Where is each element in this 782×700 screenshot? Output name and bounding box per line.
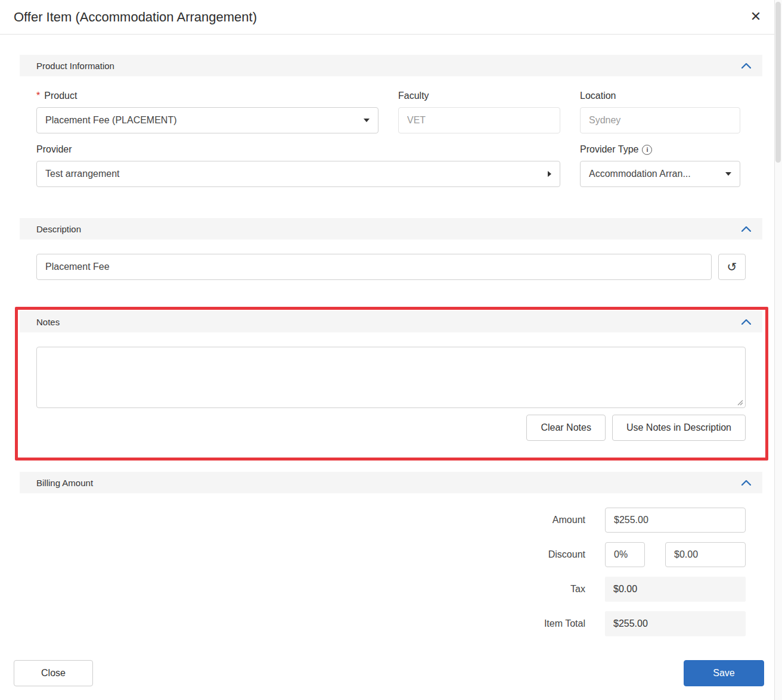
faculty-field-group: Faculty VET: [398, 91, 560, 133]
info-icon[interactable]: i: [642, 145, 652, 155]
product-field-group: *Product Placement Fee (PLACEMENT): [36, 91, 378, 133]
item-total-value: $255.00: [605, 611, 746, 636]
product-information-collapse-icon[interactable]: [740, 61, 753, 70]
faculty-field: VET: [398, 107, 560, 133]
provider-type-field-group: Provider Type i Accommodation Arran...: [580, 144, 740, 187]
notes-textarea[interactable]: [36, 347, 746, 408]
item-total-row: Item Total $255.00: [36, 611, 746, 636]
product-information-header: Product Information: [20, 55, 762, 76]
use-notes-in-description-button[interactable]: Use Notes in Description: [612, 415, 746, 441]
section-title-description: Description: [36, 224, 81, 234]
product-information-body: *Product Placement Fee (PLACEMENT) Facul…: [20, 76, 762, 203]
faculty-label: Faculty: [398, 91, 560, 101]
modal-footer: Close Save: [14, 660, 764, 686]
scrollbar-thumb[interactable]: [775, 2, 781, 163]
description-input[interactable]: [36, 254, 712, 280]
discount-percent-input[interactable]: [605, 542, 645, 567]
section-title-notes: Notes: [36, 317, 60, 327]
notes-buttons-row: Clear Notes Use Notes in Description: [36, 415, 746, 441]
location-field: Sydney: [580, 107, 740, 133]
amount-input[interactable]: [605, 508, 746, 533]
section-description: Description ↺: [20, 218, 762, 295]
close-icon[interactable]: ✕: [746, 7, 765, 26]
amount-label: Amount: [553, 515, 585, 525]
provider-type-label: Provider Type i: [580, 144, 740, 155]
chevron-down-icon: [725, 172, 731, 176]
scrollbar-track[interactable]: [774, 0, 782, 700]
discount-amount-input[interactable]: [665, 542, 746, 567]
provider-field-group: Provider Test arrangement: [36, 144, 560, 187]
provider-lookup-field[interactable]: Test arrangement: [36, 161, 560, 187]
description-collapse-icon[interactable]: [740, 224, 753, 234]
description-row: ↺: [36, 254, 746, 280]
notes-collapse-icon[interactable]: [740, 317, 753, 326]
notes-textarea-wrap: [36, 347, 746, 408]
save-button[interactable]: Save: [684, 660, 764, 686]
chevron-right-icon: [548, 171, 551, 177]
product-select[interactable]: Placement Fee (PLACEMENT): [36, 107, 378, 133]
amount-row: Amount: [36, 508, 746, 533]
modal-header: Offer Item (Accommodation Arrangement) ✕: [0, 0, 782, 35]
location-value: Sydney: [589, 115, 731, 126]
provider-type-value: Accommodation Arran...: [589, 169, 719, 179]
chevron-down-icon: [364, 119, 370, 122]
clear-notes-button[interactable]: Clear Notes: [526, 415, 605, 441]
discount-label: Discount: [548, 549, 585, 560]
section-product-information: Product Information *Product Placement F…: [20, 55, 762, 203]
product-row-1: *Product Placement Fee (PLACEMENT) Facul…: [36, 91, 746, 133]
product-label: *Product: [36, 91, 378, 101]
provider-value: Test arrangement: [45, 169, 542, 179]
product-select-value: Placement Fee (PLACEMENT): [45, 115, 358, 126]
provider-label: Provider: [36, 144, 560, 155]
location-field-group: Location Sydney: [580, 91, 740, 133]
tax-label: Tax: [570, 584, 585, 595]
section-notes: Notes Clear Notes Use Notes in Descripti…: [20, 311, 762, 456]
modal-content: Product Information *Product Placement F…: [0, 35, 782, 652]
description-body: ↺: [20, 239, 762, 295]
billing-amount-body: Amount Discount Tax $0.00 Item Total $25…: [20, 493, 762, 652]
section-title-billing-amount: Billing Amount: [36, 478, 93, 488]
product-label-text: Product: [44, 91, 77, 101]
discount-row: Discount: [36, 542, 746, 567]
billing-amount-header: Billing Amount: [20, 472, 762, 493]
required-asterisk: *: [36, 91, 40, 101]
provider-type-select[interactable]: Accommodation Arran...: [580, 161, 740, 187]
location-label: Location: [580, 91, 740, 101]
reset-description-icon[interactable]: ↺: [718, 254, 746, 280]
section-title-product-information: Product Information: [36, 61, 114, 71]
product-row-2: Provider Test arrangement Provider Type …: [36, 144, 746, 187]
tax-row: Tax $0.00: [36, 577, 746, 602]
section-billing-amount: Billing Amount Amount Discount Tax $0.00…: [20, 472, 762, 652]
item-total-label: Item Total: [544, 618, 585, 629]
faculty-value: VET: [407, 115, 551, 126]
tax-value: $0.00: [605, 577, 746, 602]
notes-annotated-region: Notes Clear Notes Use Notes in Descripti…: [20, 311, 762, 456]
close-button[interactable]: Close: [14, 660, 93, 686]
description-header: Description: [20, 218, 762, 239]
page-title: Offer Item (Accommodation Arrangement): [14, 10, 257, 25]
notes-body: Clear Notes Use Notes in Description: [20, 332, 762, 456]
notes-header: Notes: [20, 311, 762, 332]
provider-type-label-text: Provider Type: [580, 144, 638, 155]
billing-amount-collapse-icon[interactable]: [740, 478, 753, 487]
